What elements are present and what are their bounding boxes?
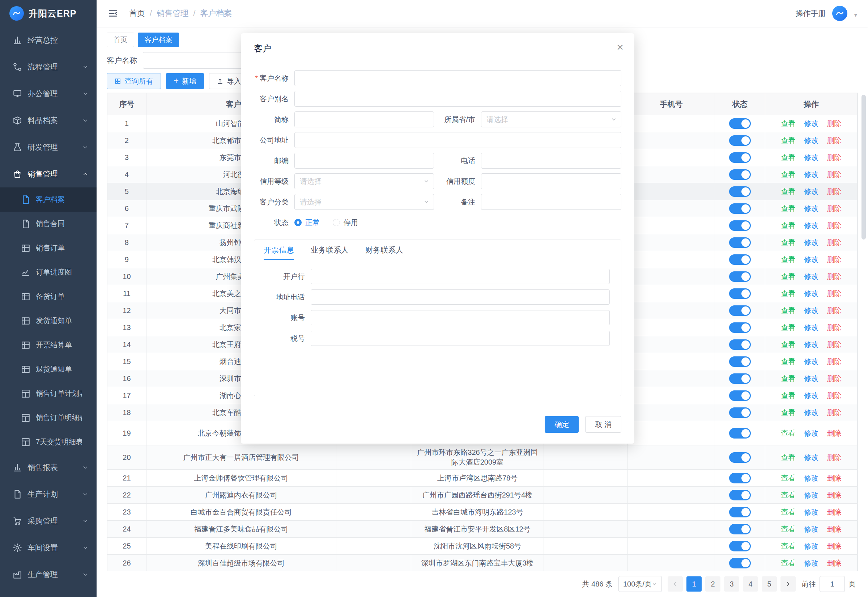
edit-link[interactable]: 修改: [804, 508, 818, 516]
page-button-4[interactable]: 4: [743, 576, 758, 591]
status-radio-normal[interactable]: 正常: [295, 218, 320, 227]
view-link[interactable]: 查看: [781, 525, 795, 533]
view-link[interactable]: 查看: [781, 429, 795, 437]
delete-link[interactable]: 删除: [827, 491, 841, 499]
view-link[interactable]: 查看: [781, 542, 795, 550]
sidebar-item-销售报表[interactable]: 销售报表: [0, 454, 96, 481]
delete-link[interactable]: 删除: [827, 306, 841, 315]
edit-link[interactable]: 修改: [804, 491, 818, 499]
edit-link[interactable]: 修改: [804, 358, 818, 365]
status-toggle[interactable]: [729, 203, 751, 214]
delete-link[interactable]: 删除: [827, 508, 841, 516]
sidebar-item-销售管理[interactable]: 销售管理: [0, 160, 96, 187]
breadcrumb-sales[interactable]: 销售管理: [157, 8, 188, 19]
view-link[interactable]: 查看: [781, 187, 795, 195]
edit-link[interactable]: 修改: [804, 542, 818, 550]
view-link[interactable]: 查看: [781, 153, 795, 161]
company-address-input[interactable]: [295, 132, 621, 148]
status-toggle[interactable]: [729, 507, 751, 517]
view-link[interactable]: 查看: [781, 474, 795, 482]
edit-link[interactable]: 修改: [804, 137, 818, 144]
category-select[interactable]: 请选择: [295, 194, 434, 210]
delete-link[interactable]: 删除: [827, 474, 841, 482]
status-toggle[interactable]: [729, 169, 751, 180]
bank-address-input[interactable]: [311, 290, 610, 304]
short-name-input[interactable]: [295, 111, 434, 127]
edit-link[interactable]: 修改: [804, 474, 818, 482]
page-button-2[interactable]: 2: [705, 576, 720, 591]
sidebar-item-销售合同[interactable]: 销售合同: [0, 212, 96, 236]
delete-link[interactable]: 删除: [827, 408, 841, 416]
delete-link[interactable]: 删除: [827, 392, 841, 399]
cancel-button[interactable]: 取 消: [585, 416, 621, 433]
edit-link[interactable]: 修改: [804, 429, 818, 437]
sidebar-item-办公管理[interactable]: 办公管理: [0, 80, 96, 107]
sidebar-item-经营总控[interactable]: 经营总控: [0, 27, 96, 53]
status-toggle[interactable]: [729, 271, 751, 282]
sidebar-item-车间设置[interactable]: 车间设置: [0, 535, 96, 561]
status-toggle[interactable]: [729, 322, 751, 333]
delete-link[interactable]: 删除: [827, 525, 841, 533]
status-toggle[interactable]: [729, 288, 751, 299]
sidebar-item-销售订单明细表[interactable]: 销售订单明细表: [0, 405, 96, 430]
tab-finance-contact[interactable]: 财务联系人: [365, 240, 403, 260]
province-select[interactable]: 请选择: [481, 111, 621, 127]
view-link[interactable]: 查看: [781, 374, 795, 382]
view-link[interactable]: 查看: [781, 290, 795, 297]
delete-link[interactable]: 删除: [827, 119, 841, 127]
page-button-3[interactable]: 3: [724, 576, 739, 591]
sidebar-item-采购管理[interactable]: 采购管理: [0, 508, 96, 535]
edit-link[interactable]: 修改: [804, 187, 818, 195]
edit-link[interactable]: 修改: [804, 340, 818, 348]
delete-link[interactable]: 删除: [827, 358, 841, 365]
sidebar-item-发货通知单[interactable]: 发货通知单: [0, 309, 96, 333]
sidebar-item-流程管理[interactable]: 流程管理: [0, 53, 96, 80]
tab-home[interactable]: 首页: [107, 33, 134, 47]
status-toggle[interactable]: [729, 490, 751, 500]
sidebar-item-退货通知单[interactable]: 退货通知单: [0, 357, 96, 382]
bank-input[interactable]: [311, 269, 610, 284]
edit-link[interactable]: 修改: [804, 559, 818, 567]
sidebar-item-销售订单[interactable]: 销售订单: [0, 236, 96, 260]
delete-link[interactable]: 删除: [827, 374, 841, 382]
edit-link[interactable]: 修改: [804, 221, 818, 229]
chevron-down-icon[interactable]: ▾: [854, 11, 857, 21]
delete-link[interactable]: 删除: [827, 559, 841, 567]
confirm-button[interactable]: 确定: [545, 416, 579, 433]
status-toggle[interactable]: [729, 254, 751, 265]
delete-link[interactable]: 删除: [827, 255, 841, 263]
delete-link[interactable]: 删除: [827, 153, 841, 161]
sidebar-item-销售订单计划表[interactable]: 销售订单计划表: [0, 382, 96, 405]
view-link[interactable]: 查看: [781, 171, 795, 178]
tab-business-contact[interactable]: 业务联系人: [311, 240, 349, 260]
view-link[interactable]: 查看: [781, 408, 795, 416]
edit-link[interactable]: 修改: [804, 392, 818, 399]
status-radio-disabled[interactable]: 停用: [333, 218, 358, 227]
next-page-button[interactable]: [781, 576, 795, 591]
status-toggle[interactable]: [729, 238, 751, 248]
goto-page-input[interactable]: [819, 576, 845, 592]
view-link[interactable]: 查看: [781, 324, 795, 331]
edit-link[interactable]: 修改: [804, 255, 818, 263]
customer-alias-input[interactable]: [295, 91, 621, 107]
breadcrumb-home[interactable]: 首页: [129, 8, 145, 19]
delete-link[interactable]: 删除: [827, 171, 841, 178]
sidebar-item-7天交货明细表[interactable]: 7天交货明细表: [0, 430, 96, 454]
edit-link[interactable]: 修改: [804, 324, 818, 331]
edit-link[interactable]: 修改: [804, 238, 818, 247]
sidebar-item-more[interactable]: [0, 588, 96, 597]
delete-link[interactable]: 删除: [827, 453, 841, 461]
close-icon[interactable]: ×: [617, 41, 624, 53]
page-button-1[interactable]: 1: [686, 576, 702, 591]
status-toggle[interactable]: [729, 473, 751, 483]
view-link[interactable]: 查看: [781, 306, 795, 315]
phone-input[interactable]: [481, 153, 621, 169]
prev-page-button[interactable]: [668, 576, 683, 591]
credit-amount-input[interactable]: [481, 173, 621, 189]
sidebar-item-料品档案[interactable]: 料品档案: [0, 107, 96, 134]
view-link[interactable]: 查看: [781, 221, 795, 229]
sidebar-item-开票结算单[interactable]: 开票结算单: [0, 333, 96, 357]
view-link[interactable]: 查看: [781, 119, 795, 127]
page-button-5[interactable]: 5: [762, 576, 777, 591]
edit-link[interactable]: 修改: [804, 153, 818, 161]
